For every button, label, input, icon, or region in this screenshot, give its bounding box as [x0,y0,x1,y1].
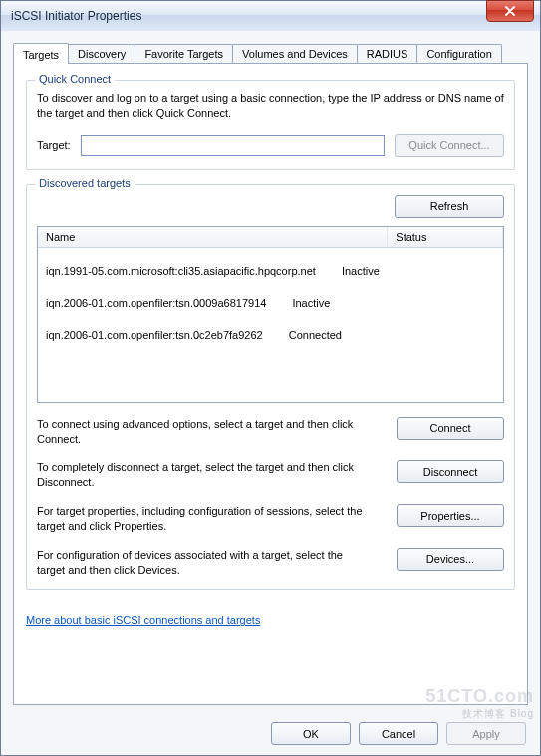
cancel-button[interactable]: Cancel [359,722,438,745]
col-header-status[interactable]: Status [388,227,503,248]
group-discovered-targets: Discovered targets Refresh Name Status [26,184,515,591]
cell-name: iqn.2006-01.com.openfiler:tsn.0009a68179… [38,294,274,312]
properties-button[interactable]: Properties... [397,504,504,527]
tab-radius[interactable]: RADIUS [357,44,418,63]
watermark-small: 技术博客 Blog [425,707,534,721]
window-title: iSCSI Initiator Properties [11,9,486,23]
refresh-row: Refresh [37,195,504,218]
window: iSCSI Initiator Properties Targets Disco… [0,0,541,756]
tab-volumes-devices[interactable]: Volumes and Devices [232,44,358,63]
target-input[interactable] [81,135,385,156]
group-legend-quick-connect: Quick Connect [35,73,115,85]
dialog-footer: OK Cancel Apply [271,722,526,745]
cell-status: Inactive [334,262,388,280]
ok-button[interactable]: OK [271,722,351,745]
titlebar: iSCSI Initiator Properties [1,1,540,32]
tab-targets[interactable]: Targets [13,43,69,64]
action-properties: For target properties, including configu… [37,504,504,534]
tab-page-targets: Quick Connect To discover and log on to … [13,63,528,705]
table-row[interactable]: iqn.2006-01.com.openfiler:tsn.0c2eb7fa92… [38,326,388,344]
more-info-link[interactable]: More about basic iSCSI connections and t… [26,614,260,626]
action-connect-text: To connect using advanced options, selec… [37,417,373,447]
apply-button[interactable]: Apply [446,722,526,745]
devices-button[interactable]: Devices... [397,548,504,571]
cell-name: iqn.1991-05.com.microsoft:cli35.asiapaci… [38,262,324,280]
tab-strip: Targets Discovery Favorite Targets Volum… [13,41,528,63]
close-button[interactable] [486,0,534,22]
targets-table: Name Status iqn.1991-05.com.microsoft:cl… [38,227,503,344]
cell-status: Connected [281,326,350,344]
action-devices-text: For configuration of devices associated … [37,548,373,578]
group-legend-discovered: Discovered targets [35,177,135,189]
action-connect: To connect using advanced options, selec… [37,417,504,447]
table-row[interactable]: iqn.2006-01.com.openfiler:tsn.0009a68179… [38,294,388,312]
table-row[interactable]: iqn.1991-05.com.microsoft:cli35.asiapaci… [38,262,388,280]
close-icon [505,6,515,16]
quick-connect-button[interactable]: Quick Connect... [395,134,504,157]
target-label: Target: [37,139,71,151]
quick-connect-row: Target: Quick Connect... [37,134,504,157]
cell-status: Inactive [284,294,338,312]
refresh-button[interactable]: Refresh [395,195,504,218]
group-quick-connect: Quick Connect To discover and log on to … [26,80,515,170]
action-disconnect: To completely disconnect a target, selec… [37,460,504,490]
quick-connect-help: To discover and log on to a target using… [37,91,504,121]
tab-favorite-targets[interactable]: Favorite Targets [135,44,233,63]
tab-discovery[interactable]: Discovery [68,44,135,63]
targets-list[interactable]: Name Status iqn.1991-05.com.microsoft:cl… [37,226,504,403]
action-devices: For configuration of devices associated … [37,548,504,578]
connect-button[interactable]: Connect [397,417,504,440]
action-disconnect-text: To completely disconnect a target, selec… [37,460,373,490]
tab-configuration[interactable]: Configuration [416,44,501,63]
cell-name: iqn.2006-01.com.openfiler:tsn.0c2eb7fa92… [38,326,271,344]
action-properties-text: For target properties, including configu… [37,504,373,534]
disconnect-button[interactable]: Disconnect [397,460,504,483]
col-header-name[interactable]: Name [38,227,388,248]
dialog-body: Targets Discovery Favorite Targets Volum… [1,31,540,755]
